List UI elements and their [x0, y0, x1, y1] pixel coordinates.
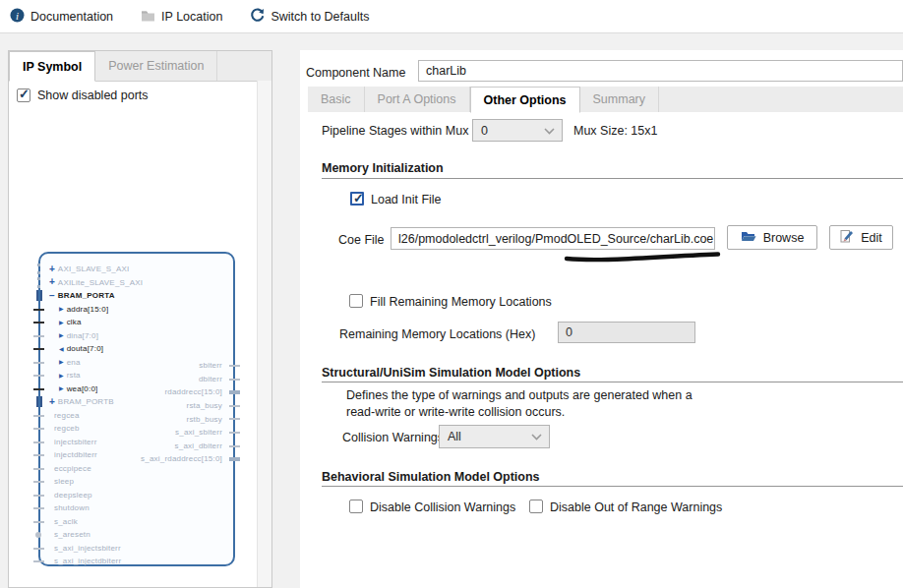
ip-pin-sbiterr[interactable]: sbiterr [40, 359, 233, 373]
pin-label: shutdown [54, 503, 90, 512]
refresh-icon [250, 8, 265, 26]
pin-label: rstb_busy [187, 415, 222, 424]
pipeline-stages-label: Pipeline Stages within Mux [322, 124, 468, 138]
ip-customizer-window: i Documentation IP Location Switch to De… [0, 0, 903, 588]
tab-port-a-options[interactable]: Port A Options [365, 87, 470, 112]
ip-pin-s_aresetn[interactable]: s_aresetn [40, 528, 233, 542]
pin-label: clka [67, 318, 82, 326]
pin-stub [33, 521, 44, 523]
input-pin-icon: ▶ [59, 320, 64, 325]
pin-stub [229, 390, 240, 394]
documentation-label: Documentation [30, 10, 113, 24]
ip-pin-clka[interactable]: ▶clka [40, 316, 233, 329]
ip-pin-BRAM_PORTA[interactable]: −BRAM_PORTA [40, 289, 233, 303]
pin-label: addra[15:0] [67, 305, 109, 314]
ip-pin-s_axi_rdaddrecc[15:0][interactable]: s_axi_rdaddrecc[15:0] [40, 452, 233, 466]
section-divider [322, 486, 903, 487]
pin-stub [33, 481, 44, 483]
pin-label: s_axi_dbiterr [175, 441, 222, 450]
left-panel-tabs: IP Symbol Power Estimation [9, 51, 271, 82]
ip-pin-rstb_busy[interactable]: rstb_busy [40, 412, 233, 426]
ip-pin-douta[7:0][interactable]: ◀douta[7:0] [40, 342, 233, 356]
pin-stub [229, 418, 240, 420]
output-pin-icon: ◀ [59, 346, 64, 352]
open-folder-icon [741, 230, 756, 246]
ip-pin-s_axi_injectsbiterr[interactable]: s_axi_injectsbiterr [40, 542, 233, 556]
edit-label: Edit [861, 231, 882, 245]
pin-label: sbiterr [199, 361, 222, 370]
ip-pin-s_axi_sbiterr[interactable]: s_axi_sbiterr [40, 426, 233, 440]
pin-stub [35, 532, 41, 538]
mux-size-label: Mux Size: 15x1 [573, 124, 657, 138]
tab-basic[interactable]: Basic [308, 87, 365, 112]
pin-label: s_axi_sbiterr [175, 428, 222, 437]
ip-pin-rsta_busy[interactable]: rsta_busy [40, 399, 233, 413]
chevron-down-icon [531, 434, 542, 441]
ip-pin-s_axi_dbiterr[interactable]: s_axi_dbiterr [40, 440, 233, 453]
ip-pin-AXI_SLAVE_S_AXI[interactable]: +AXI_SLAVE_S_AXI [40, 263, 233, 276]
ip-pin-dina[7:0][interactable]: ▶dina[7:0] [40, 329, 233, 343]
collision-warnings-label: Collision Warnings [342, 431, 444, 444]
structural-description-line1: Defines the type of warnings and outputs… [346, 388, 692, 402]
configuration-panel: Component Name charLib Basic Port A Opti… [300, 50, 903, 588]
ip-pin-s_aclk[interactable]: s_aclk [40, 515, 233, 529]
switch-to-defaults-label: Switch to Defaults [271, 10, 369, 24]
section-divider [322, 178, 903, 179]
collision-warnings-dropdown[interactable]: All [439, 425, 550, 448]
tab-ip-symbol[interactable]: IP Symbol [9, 51, 95, 82]
expand-icon[interactable]: + [49, 277, 55, 287]
pin-label: dbiterr [199, 375, 222, 383]
ip-pin-s_axi_injectdbiterr[interactable]: s_axi_injectdbiterr [40, 555, 233, 568]
expand-icon[interactable]: + [49, 265, 55, 274]
browse-button[interactable]: Browse [727, 225, 817, 250]
switch-to-defaults-button[interactable]: Switch to Defaults [250, 8, 369, 26]
structural-unisim-title: Structural/UniSim Simulation Model Optio… [322, 366, 580, 380]
ip-location-button[interactable]: IP Location [141, 9, 222, 25]
ip-pin-addra[15:0][interactable]: ▶addra[15:0] [40, 303, 233, 317]
memory-initialization-title: Memory Initialization [322, 161, 444, 175]
tab-power-estimation[interactable]: Power Estimation [95, 51, 217, 81]
component-name-input[interactable]: charLib [418, 60, 903, 82]
pin-stub [229, 379, 240, 381]
pin-stub [229, 445, 240, 447]
disable-collision-warnings-checkbox[interactable] [349, 500, 363, 513]
pin-stub [229, 365, 240, 367]
structural-description-line2: read-write or write-write collision occu… [346, 405, 565, 419]
ip-pin-shutdown[interactable]: shutdown [40, 501, 233, 515]
tab-other-options[interactable]: Other Options [470, 87, 580, 113]
documentation-button[interactable]: i Documentation [10, 8, 113, 26]
ip-pin-deepsleep[interactable]: deepsleep [40, 489, 233, 502]
show-disabled-ports-checkbox[interactable] [17, 88, 30, 102]
ip-symbol-right-pins: sbiterrdbiterrrdaddrecc[15:0]rsta_busyrs… [40, 359, 233, 466]
pin-stub [33, 322, 44, 323]
pin-label: AXILite_SLAVE_S_AXI [58, 278, 143, 287]
collapse-icon[interactable]: − [49, 291, 55, 301]
pin-stub [229, 457, 240, 461]
remaining-hex-input[interactable]: 0 [558, 322, 695, 343]
input-pin-icon: ▶ [59, 306, 64, 312]
ip-symbol-diagram: +AXI_SLAVE_S_AXI+AXILite_SLAVE_S_AXI−BRA… [38, 252, 235, 566]
component-name-label: Component Name [306, 66, 405, 80]
show-disabled-ports-row: Show disabled ports [17, 88, 149, 102]
folder-icon [141, 9, 155, 25]
ip-pin-AXILite_SLAVE_S_AXI[interactable]: +AXILite_SLAVE_S_AXI [40, 276, 233, 290]
load-init-file-checkbox[interactable] [350, 192, 364, 206]
left-panel-scrollbar[interactable] [257, 81, 271, 587]
coe-file-input[interactable]: l26/pmodoledctrl_verilog/PmodOLED_Source… [391, 227, 715, 250]
fill-remaining-checkbox[interactable] [349, 294, 363, 308]
pin-stub [229, 432, 240, 434]
ip-pin-dbiterr[interactable]: dbiterr [40, 373, 233, 386]
ip-pin-rdaddrecc[15:0][interactable]: rdaddrecc[15:0] [40, 385, 233, 399]
edit-pencil-icon [840, 229, 854, 246]
pin-label: rsta_busy [187, 401, 222, 410]
pin-label: s_axi_injectsbiterr [54, 544, 121, 553]
pipeline-stages-dropdown[interactable]: 0 [472, 119, 563, 142]
edit-button[interactable]: Edit [829, 225, 893, 250]
ip-pin-sleep[interactable]: sleep [40, 475, 233, 489]
disable-out-of-range-checkbox[interactable] [529, 500, 543, 513]
section-divider [322, 382, 903, 382]
other-options-content: Pipeline Stages within Mux 0 Mux Size: 1… [308, 112, 903, 588]
tab-summary[interactable]: Summary [580, 87, 659, 112]
pin-label: rdaddrecc[15:0] [164, 387, 222, 396]
fill-remaining-label: Fill Remaining Memory Locations [370, 295, 552, 309]
